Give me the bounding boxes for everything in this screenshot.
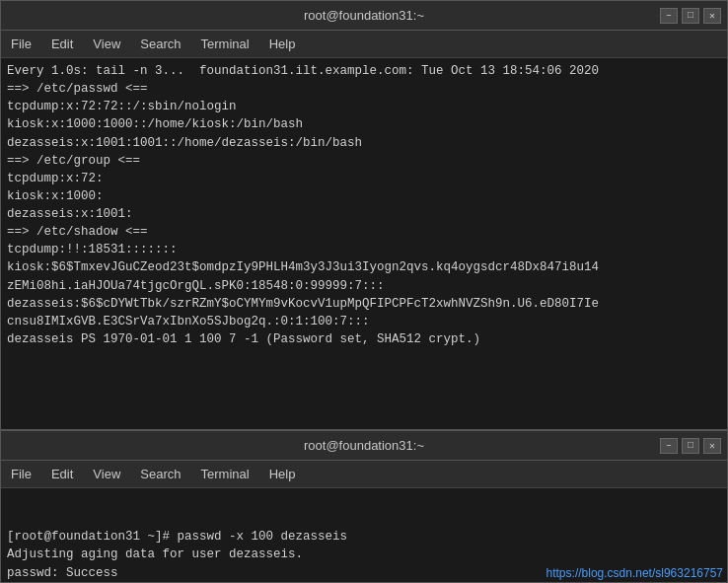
bottom-menu-help[interactable]: Help bbox=[263, 465, 302, 483]
terminal-line: tcpdump:!!:18531::::::: bbox=[7, 241, 721, 258]
terminal-line: dezasseis:$6$cDYWtTbk/szrRZmY$oCYMYm9vKo… bbox=[7, 295, 721, 313]
terminal-line: cnsu8IMIxGVB.E3CSrVa7xIbnXo5SJbog2q.:0:1… bbox=[7, 313, 721, 330]
terminal-line: [root@foundation31 ~]# passwd -x 100 dez… bbox=[7, 528, 721, 546]
close-button[interactable]: ✕ bbox=[703, 8, 721, 24]
terminal-line: dezasseis:x:1001:1001::/home/dezasseis:/… bbox=[7, 134, 721, 152]
bottom-menu-terminal[interactable]: Terminal bbox=[195, 465, 255, 483]
bottom-minimize-button[interactable]: – bbox=[660, 438, 678, 454]
bottom-menu-view[interactable]: View bbox=[87, 465, 126, 483]
bottom-title-bar: root@foundation31:~ – □ ✕ bbox=[1, 431, 727, 461]
minimize-button[interactable]: – bbox=[660, 8, 678, 24]
terminal-line: ==> /etc/shadow <== bbox=[7, 223, 721, 241]
menu-view[interactable]: View bbox=[87, 35, 126, 53]
bottom-close-button[interactable]: ✕ bbox=[703, 438, 721, 454]
terminal-line: tcpdump:x:72:72::/:sbin/nologin bbox=[7, 98, 721, 115]
terminal-line: dezasseis:x:1001: bbox=[7, 205, 721, 223]
top-terminal: root@foundation31:~ – □ ✕ File Edit View… bbox=[0, 0, 728, 430]
terminal-line: ==> /etc/group <== bbox=[7, 152, 721, 170]
terminal-line: zEMi08hi.iaHJOUa74tjgcOrgQL.sPK0:18548:0… bbox=[7, 277, 721, 295]
bottom-menu-bar: File Edit View Search Terminal Help bbox=[1, 461, 727, 488]
bottom-window-controls[interactable]: – □ ✕ bbox=[660, 438, 721, 454]
terminal-line: tcpdump:x:72: bbox=[7, 170, 721, 187]
maximize-button[interactable]: □ bbox=[682, 8, 699, 24]
menu-help[interactable]: Help bbox=[263, 35, 302, 53]
top-menu-bar: File Edit View Search Terminal Help bbox=[1, 31, 727, 58]
bottom-maximize-button[interactable]: □ bbox=[682, 438, 699, 454]
bottom-menu-edit[interactable]: Edit bbox=[45, 465, 79, 483]
terminal-line: dezasseis PS 1970-01-01 1 100 7 -1 (Pass… bbox=[7, 330, 721, 348]
terminal-line: kiosk:x:1000:1000::/home/kiosk:/bin/bash bbox=[7, 115, 721, 133]
terminal-line: Adjusting aging data for user dezasseis. bbox=[7, 546, 721, 563]
menu-file[interactable]: File bbox=[5, 35, 37, 53]
terminal-line: ==> /etc/passwd <== bbox=[7, 80, 721, 98]
bottom-terminal-title: root@foundation31:~ bbox=[304, 438, 424, 453]
bottom-menu-file[interactable]: File bbox=[5, 465, 37, 483]
menu-terminal[interactable]: Terminal bbox=[195, 35, 255, 53]
top-title-bar: root@foundation31:~ – □ ✕ bbox=[1, 1, 727, 31]
top-window-controls[interactable]: – □ ✕ bbox=[660, 8, 721, 24]
top-terminal-title: root@foundation31:~ bbox=[304, 8, 424, 23]
menu-search[interactable]: Search bbox=[134, 35, 186, 53]
terminal-line: kiosk:x:1000: bbox=[7, 187, 721, 205]
url-bar: https://blog.csdn.net/sl963216757 bbox=[543, 564, 727, 582]
menu-edit[interactable]: Edit bbox=[45, 35, 79, 53]
top-terminal-content: Every 1.0s: tail -n 3... foundation31.il… bbox=[1, 58, 727, 429]
bottom-menu-search[interactable]: Search bbox=[134, 465, 186, 483]
bottom-terminal: root@foundation31:~ – □ ✕ File Edit View… bbox=[0, 430, 728, 583]
terminal-line: Every 1.0s: tail -n 3... foundation31.il… bbox=[7, 62, 721, 80]
terminal-line: kiosk:$6$TmxevJGuCZeod23t$omdpzIy9PHLH4m… bbox=[7, 258, 721, 276]
